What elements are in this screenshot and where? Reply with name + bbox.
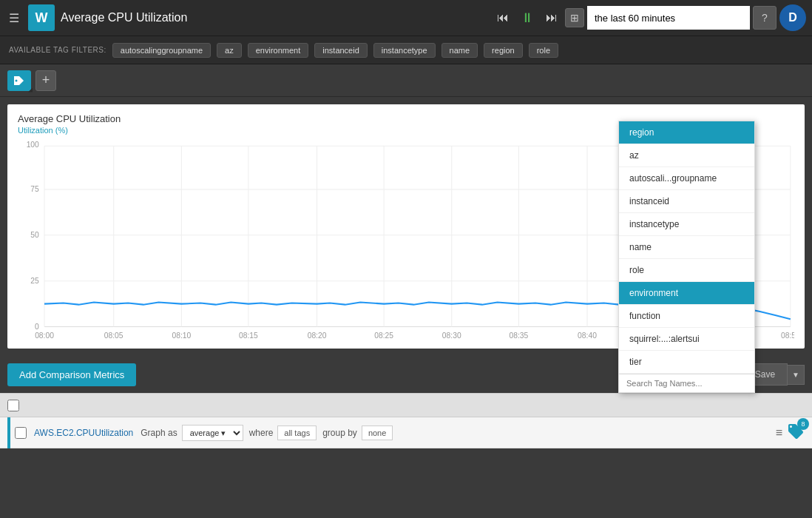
svg-text:100: 100 [27,141,39,149]
tag-filters-label: AVAILABLE TAG FILTERS: [9,46,106,54]
tag-filter-environment[interactable]: environment [248,43,309,58]
tag-filter-role[interactable]: role [529,43,558,58]
svg-point-0 [16,79,18,81]
svg-text:08:20: 08:20 [308,332,327,338]
dropdown-item-autoscali-groupname[interactable]: autoscali...groupname [619,167,754,190]
header: ☰ W Average CPU Utilization ⏮ ⏸ ⏭ ⊞ ? D [0,0,812,36]
metric-name-link[interactable]: AWS.EC2.CPUUtilization [34,428,133,438]
nav-controls: ⏮ ⏸ ⏭ ⊞ ? D [493,4,806,31]
tag-badge[interactable]: 8 [787,423,805,443]
svg-text:0: 0 [35,323,39,331]
row-menu-icon[interactable]: ≡ [776,426,782,440]
tag-filter-region[interactable]: region [484,43,523,58]
skip-back-button[interactable]: ⏮ [493,8,513,27]
svg-text:50: 50 [30,231,39,239]
svg-text:08:00: 08:00 [35,332,54,338]
tag-badge-count: 8 [797,418,809,430]
tag-search-input[interactable] [619,374,754,392]
dropdown-item-environment[interactable]: environment [619,282,754,305]
metrics-row: AWS.EC2.CPUUtilization Graph as average … [0,417,812,448]
where-label: where [249,428,274,438]
svg-text:08:05: 08:05 [104,332,124,338]
tag-dropdown: region az autoscali...groupname instance… [618,121,755,393]
svg-text:08:25: 08:25 [374,332,393,338]
tag-filter-name[interactable]: name [441,43,478,58]
metrics-area: AWS.EC2.CPUUtilization Graph as average … [0,393,812,448]
svg-text:08:30: 08:30 [442,332,461,338]
tags-button[interactable]: all tags [277,426,317,440]
add-button[interactable]: + [35,70,56,91]
graph-as-select[interactable]: average ▾ sum min max [182,425,243,441]
calendar-button[interactable]: ⊞ [565,8,584,27]
svg-text:08:40: 08:40 [578,332,597,338]
dropdown-item-tier[interactable]: tier [619,351,754,374]
dropdown-item-name[interactable]: name [619,236,754,259]
graph-as-label: Graph as [141,428,177,438]
tag-filter-instanceid[interactable]: instanceid [314,43,368,58]
dropdown-item-squirrel-alertsui[interactable]: squirrel:...:alertsui [619,328,754,351]
pause-button[interactable]: ⏸ [516,7,538,29]
page-title: Average CPU Utilization [61,11,487,24]
metrics-right-icons: ≡ 8 [776,423,805,443]
dropdown-item-instanceid[interactable]: instanceid [619,190,754,213]
svg-text:08:10: 08:10 [172,332,191,338]
svg-text:08:15: 08:15 [239,332,258,338]
group-by-button[interactable]: none [362,426,393,440]
svg-text:08:35: 08:35 [509,332,528,338]
tag-filter-instancetype[interactable]: instancetype [373,43,436,58]
menu-icon[interactable]: ☰ [6,8,22,28]
user-avatar[interactable]: D [779,4,806,31]
tag-button[interactable] [7,70,31,91]
tag-filter-autoscalinggroupname[interactable]: autoscalinggroupname [112,43,211,58]
metrics-color-bar [7,417,10,448]
group-by-label: group by [322,428,357,438]
svg-text:25: 25 [30,277,39,285]
save-dropdown-button[interactable]: ▼ [788,365,805,385]
metric-checkbox[interactable] [15,427,27,439]
app-logo: W [28,4,55,31]
tag-filters-bar: AVAILABLE TAG FILTERS: autoscalinggroupn… [0,36,812,64]
help-button[interactable]: ? [753,6,777,30]
dropdown-item-instancetype[interactable]: instancetype [619,213,754,236]
svg-text:75: 75 [30,185,39,193]
add-comparison-button[interactable]: Add Comparison Metrics [7,363,136,386]
tag-filter-az[interactable]: az [217,43,242,58]
dropdown-item-az[interactable]: az [619,144,754,167]
time-range-input[interactable] [587,6,750,30]
dropdown-item-function[interactable]: function [619,305,754,328]
skip-forward-button[interactable]: ⏭ [541,8,562,27]
dropdown-item-region[interactable]: region [619,121,754,144]
select-all-checkbox[interactable] [7,400,19,411]
svg-text:08:55: 08:55 [781,332,794,338]
metrics-header-row [0,394,812,417]
dropdown-item-role[interactable]: role [619,259,754,282]
toolbar: + [0,64,812,97]
